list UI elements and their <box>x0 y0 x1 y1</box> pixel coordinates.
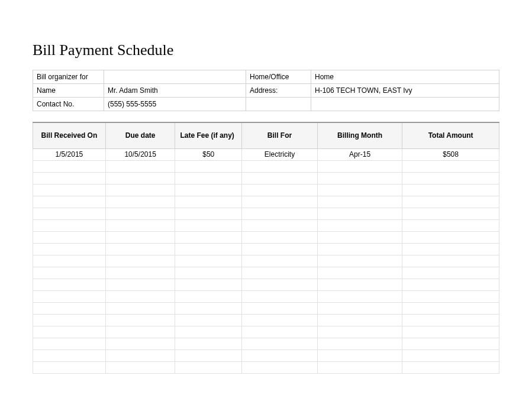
cell-due <box>105 349 175 361</box>
cell-received <box>33 208 106 219</box>
cell-due <box>105 219 175 231</box>
cell-bill_for <box>242 231 318 243</box>
table-row <box>33 172 499 184</box>
cell-late_fee <box>175 243 242 255</box>
cell-late_fee <box>175 184 242 196</box>
cell-total <box>402 208 499 219</box>
cell-billing_month <box>317 243 402 255</box>
table-row <box>33 219 499 231</box>
cell-due <box>105 196 175 208</box>
cell-received <box>33 326 106 338</box>
cell-late_fee <box>175 290 242 302</box>
header-late-fee: Late Fee (if any) <box>175 122 242 148</box>
cell-received <box>33 255 106 267</box>
cell-total <box>402 326 499 338</box>
cell-bill_for <box>242 219 318 231</box>
cell-due <box>105 361 175 373</box>
address-value: H-106 TECH TOWN, EAST Ivy <box>311 84 499 98</box>
cell-billing_month <box>317 196 402 208</box>
cell-billing_month <box>317 338 402 349</box>
cell-received <box>33 279 106 290</box>
cell-due <box>105 243 175 255</box>
cell-late_fee <box>175 219 242 231</box>
cell-billing_month: Apr-15 <box>317 148 402 160</box>
cell-received <box>33 231 106 243</box>
cell-bill_for <box>242 302 318 314</box>
cell-total <box>402 172 499 184</box>
cell-total <box>402 338 499 349</box>
cell-received <box>33 349 106 361</box>
cell-bill_for: Electricity <box>242 148 318 160</box>
organizer-label: Bill organizer for <box>33 70 104 84</box>
table-row <box>33 290 499 302</box>
schedule-header-row: Bill Received On Due date Late Fee (if a… <box>33 122 499 148</box>
table-row <box>33 279 499 290</box>
cell-due <box>105 267 175 279</box>
cell-late_fee <box>175 326 242 338</box>
cell-due <box>105 290 175 302</box>
cell-billing_month <box>317 172 402 184</box>
cell-received <box>33 290 106 302</box>
contact-value: (555) 555-5555 <box>104 98 246 111</box>
cell-received <box>33 314 106 326</box>
address-label: Address: <box>246 84 311 98</box>
contact-label: Contact No. <box>33 98 104 111</box>
cell-total <box>402 255 499 267</box>
cell-billing_month <box>317 279 402 290</box>
organizer-value <box>104 70 246 84</box>
cell-total <box>402 160 499 172</box>
cell-billing_month <box>317 349 402 361</box>
cell-bill_for <box>242 349 318 361</box>
cell-late_fee <box>175 196 242 208</box>
table-row <box>33 208 499 219</box>
cell-due <box>105 338 175 349</box>
info-row-organizer: Bill organizer for Home/Office Home <box>33 70 499 84</box>
table-row <box>33 243 499 255</box>
cell-late_fee <box>175 314 242 326</box>
cell-bill_for <box>242 184 318 196</box>
cell-total <box>402 314 499 326</box>
table-row <box>33 267 499 279</box>
cell-billing_month <box>317 219 402 231</box>
cell-received <box>33 196 106 208</box>
table-row <box>33 160 499 172</box>
cell-total <box>402 267 499 279</box>
cell-billing_month <box>317 314 402 326</box>
cell-late_fee <box>175 160 242 172</box>
cell-received <box>33 219 106 231</box>
cell-late_fee <box>175 267 242 279</box>
table-row <box>33 338 499 349</box>
cell-late_fee <box>175 279 242 290</box>
header-billing-month: Billing Month <box>317 122 402 148</box>
cell-due <box>105 160 175 172</box>
cell-bill_for <box>242 243 318 255</box>
cell-billing_month <box>317 326 402 338</box>
cell-due <box>105 302 175 314</box>
table-row <box>33 314 499 326</box>
cell-late_fee <box>175 338 242 349</box>
schedule-body: 1/5/201510/5/2015$50ElectricityApr-15$50… <box>33 148 499 373</box>
cell-total: $508 <box>402 148 499 160</box>
cell-total <box>402 302 499 314</box>
info-row-contact: Contact No. (555) 555-5555 <box>33 98 499 111</box>
header-bill-for: Bill For <box>242 122 318 148</box>
cell-billing_month <box>317 255 402 267</box>
cell-bill_for <box>242 172 318 184</box>
cell-received <box>33 361 106 373</box>
cell-due <box>105 184 175 196</box>
empty-cell <box>246 98 311 111</box>
cell-total <box>402 243 499 255</box>
cell-due <box>105 326 175 338</box>
cell-late_fee: $50 <box>175 148 242 160</box>
info-table: Bill organizer for Home/Office Home Name… <box>33 70 499 111</box>
cell-late_fee <box>175 255 242 267</box>
cell-total <box>402 279 499 290</box>
cell-due: 10/5/2015 <box>105 148 175 160</box>
cell-bill_for <box>242 361 318 373</box>
cell-due <box>105 279 175 290</box>
table-row <box>33 361 499 373</box>
cell-due <box>105 172 175 184</box>
table-row: 1/5/201510/5/2015$50ElectricityApr-15$50… <box>33 148 499 160</box>
table-row <box>33 196 499 208</box>
table-row <box>33 302 499 314</box>
